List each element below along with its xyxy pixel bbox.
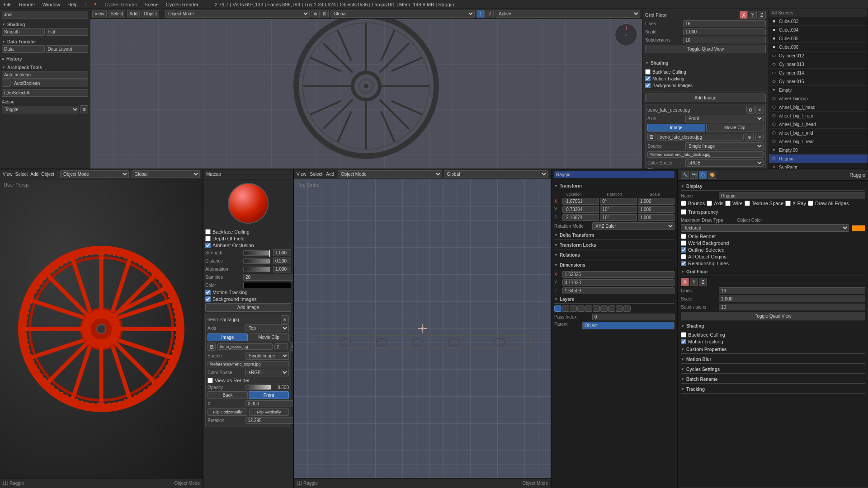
deselect-all-button[interactable]: (De)Select All bbox=[2, 89, 88, 97]
custom-properties-title[interactable]: Custom Properties bbox=[681, 346, 865, 354]
mat-var-check[interactable] bbox=[208, 378, 213, 383]
mat-file-icon[interactable]: 🖼 bbox=[208, 343, 216, 351]
layer-8[interactable] bbox=[608, 305, 615, 312]
transform-locks-title[interactable]: Transform Locks bbox=[554, 241, 675, 249]
scale-y-input[interactable] bbox=[638, 206, 675, 213]
grid-sub-input[interactable] bbox=[719, 304, 865, 310]
attenuation-slider[interactable] bbox=[243, 267, 270, 272]
source-select-1[interactable]: Single Image bbox=[685, 142, 764, 150]
grid-z-btn[interactable]: Z bbox=[699, 278, 707, 286]
mat-image-close-icon[interactable]: ✕ bbox=[281, 315, 289, 324]
scene-item-cube003[interactable]: ■ Cube.003 bbox=[769, 17, 868, 26]
data-button[interactable]: Data bbox=[2, 45, 45, 53]
dim-x-input[interactable] bbox=[562, 271, 675, 278]
mat-rotation-input[interactable] bbox=[245, 417, 294, 424]
z-axis-btn[interactable]: Z bbox=[758, 11, 766, 19]
layer-1[interactable] bbox=[554, 305, 561, 312]
add-label-bl[interactable]: Add bbox=[30, 172, 38, 177]
filepath-input-1[interactable] bbox=[647, 151, 764, 158]
mat-file-input[interactable] bbox=[217, 343, 273, 350]
shading-section-title[interactable]: Shading bbox=[2, 21, 88, 28]
axis-select-1[interactable]: Front bbox=[685, 115, 764, 122]
nav-widget[interactable]: Z bbox=[615, 23, 637, 46]
object-label-bl[interactable]: Object bbox=[41, 172, 54, 177]
layer-9[interactable] bbox=[616, 305, 623, 312]
rot-y-input[interactable] bbox=[600, 206, 637, 213]
layer-5[interactable] bbox=[585, 305, 592, 312]
scene-item-sunpaint[interactable]: ☀ SunPaint bbox=[769, 163, 868, 169]
grid-lines-input[interactable] bbox=[719, 287, 865, 294]
scene-item-raggio[interactable]: ⬡ Raggio bbox=[769, 155, 868, 163]
flat-button[interactable]: Flat bbox=[46, 28, 89, 36]
texture-space-check[interactable] bbox=[745, 201, 750, 206]
rel-lines-check[interactable] bbox=[681, 261, 686, 266]
scene-item-cube004[interactable]: ■ Cube.004 bbox=[769, 26, 868, 34]
image-close-icon[interactable]: ✕ bbox=[755, 106, 764, 114]
menu-window[interactable]: Window bbox=[41, 2, 62, 7]
select-menu[interactable]: Select bbox=[108, 10, 126, 18]
autobooleanx-button[interactable]: AutoBoolean bbox=[12, 80, 88, 87]
global-select[interactable]: Global bbox=[330, 10, 475, 18]
scene-item-cyl014[interactable]: ⬭ Cylinder.014 bbox=[769, 69, 868, 77]
draw-all-edges-check[interactable] bbox=[808, 201, 813, 206]
mat-motion-check[interactable] bbox=[205, 290, 211, 295]
mat-props-icon[interactable]: 🎨 bbox=[708, 171, 716, 179]
viewport-3d-top[interactable]: Front Ortho View Select Add Object Objec… bbox=[90, 9, 642, 169]
global-bl[interactable]: Global bbox=[132, 170, 200, 178]
wire-check[interactable] bbox=[725, 201, 731, 206]
layer-2[interactable] bbox=[562, 305, 569, 312]
add-image-btn-top[interactable]: Add Image bbox=[645, 94, 766, 102]
scene-name[interactable]: Scene bbox=[143, 2, 160, 7]
motion-tracking-check[interactable] bbox=[645, 76, 651, 81]
view-as-render-check-1[interactable] bbox=[647, 168, 653, 169]
backface-culling-check-2[interactable] bbox=[681, 332, 686, 338]
motion-blur-title[interactable]: Motion Blur bbox=[681, 356, 865, 364]
bc-object-mode[interactable]: Object Mode bbox=[338, 170, 442, 178]
toggle-quad-view-btn[interactable]: Toggle Quad View bbox=[645, 45, 766, 53]
draw-type-select[interactable]: Textured bbox=[681, 224, 849, 232]
mat-flip-v[interactable]: Flip Vertically bbox=[249, 408, 289, 416]
history-title[interactable]: History bbox=[2, 56, 88, 62]
scene-item-cyl013[interactable]: ⬭ Cylinder.013 bbox=[769, 60, 868, 69]
raggio-selected-row[interactable]: Raggio bbox=[554, 171, 675, 178]
scene-item-cyl012[interactable]: ⬭ Cylinder.012 bbox=[769, 52, 868, 60]
scale-input[interactable] bbox=[683, 28, 766, 35]
mat-flip-h[interactable]: Flip Horizontally bbox=[208, 408, 247, 416]
active-select[interactable]: Active bbox=[495, 10, 640, 18]
bounds-check[interactable] bbox=[681, 201, 686, 206]
bc-add-label[interactable]: Add bbox=[326, 172, 334, 177]
mat-ao-check[interactable] bbox=[205, 243, 211, 248]
image-file-icon[interactable]: 🖼 bbox=[647, 133, 656, 141]
layer-btn-2[interactable]: 2 bbox=[486, 10, 494, 18]
distance-slider[interactable] bbox=[243, 258, 270, 264]
loc-x-input[interactable] bbox=[562, 198, 599, 205]
mat-bg-check[interactable] bbox=[205, 296, 211, 302]
mat-dof-check[interactable] bbox=[205, 236, 211, 241]
mat-source-select[interactable]: Single Image bbox=[245, 352, 289, 360]
scene-item-wheel-rr[interactable]: ⬡ wheel_big_r_rear bbox=[769, 137, 868, 146]
object-props-icon[interactable]: ⬡ bbox=[699, 171, 707, 179]
menu-render[interactable]: Render bbox=[17, 2, 37, 7]
render-engine[interactable]: Cycles Render bbox=[164, 2, 200, 7]
add-menu[interactable]: Add bbox=[127, 10, 140, 18]
distance-input[interactable] bbox=[273, 258, 291, 264]
snap-icon[interactable]: ⊞ bbox=[321, 10, 329, 18]
bg-images-check[interactable] bbox=[645, 83, 651, 88]
backface-culling-check[interactable] bbox=[645, 69, 651, 75]
delta-transform-title[interactable]: Delta Transform bbox=[554, 231, 675, 239]
strength-input[interactable] bbox=[273, 249, 291, 256]
scene-item-wheel-lr[interactable]: ⬡ wheel_big_l_rear bbox=[769, 112, 868, 120]
mat-x-input[interactable] bbox=[245, 400, 294, 407]
color-indicator[interactable] bbox=[852, 225, 865, 231]
mat-movie-tab[interactable]: Movie Clip bbox=[249, 333, 289, 341]
bc-select-label[interactable]: Select bbox=[310, 172, 323, 177]
dim-y-input[interactable] bbox=[562, 279, 675, 286]
relations-title[interactable]: Relations bbox=[554, 251, 675, 259]
data-layout-button[interactable]: Data Layout bbox=[46, 45, 89, 53]
loc-y-input[interactable] bbox=[562, 206, 599, 213]
select-label-bl[interactable]: Select bbox=[15, 172, 28, 177]
mat-image-tab[interactable]: Image bbox=[208, 333, 248, 341]
smooth-button[interactable]: Smooth bbox=[2, 28, 45, 36]
movie-clip-tab-1[interactable]: Movie Clip bbox=[706, 124, 764, 131]
menu-file[interactable]: File bbox=[2, 2, 14, 7]
